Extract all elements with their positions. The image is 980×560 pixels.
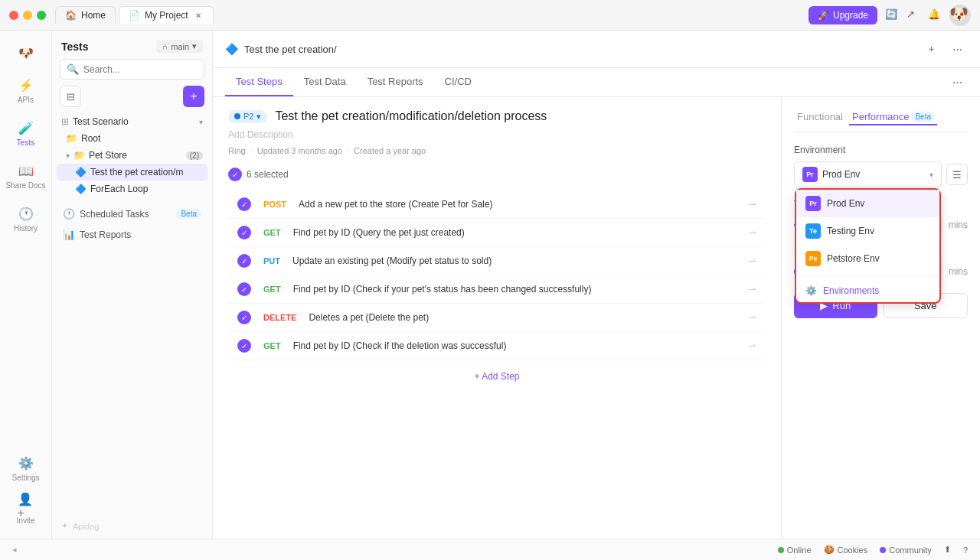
title-bar: 🏠 Home 📄 My Project ✕ 🚀 Upgrade 🔄 ↗ 🔔 🐶 xyxy=(0,0,980,31)
dropdown-settings-item[interactable]: ⚙️ Environments xyxy=(796,279,939,302)
step-item: ✓ DELETE Deletes a pet (Delete the pet) … xyxy=(228,304,766,332)
status-community[interactable]: Community xyxy=(880,545,932,555)
close-button[interactable] xyxy=(9,11,18,20)
content-tabs-row: Test Steps Test Data Test Reports CI/CD … xyxy=(213,68,980,97)
add-tab-button[interactable]: ＋ xyxy=(920,38,942,60)
user-avatar[interactable]: 🐶 xyxy=(949,5,971,26)
traffic-lights xyxy=(9,11,46,20)
tab-performance[interactable]: Performance Beta xyxy=(849,109,937,125)
tabs-more-button[interactable]: ⋯ xyxy=(946,72,968,93)
step-link-icon[interactable]: ⇀ xyxy=(748,256,756,267)
dropdown-item-petstore[interactable]: Pe Petstore Env xyxy=(796,245,939,272)
loop-icon: 🔷 xyxy=(75,184,87,194)
step-item: ✓ GET Find pet by ID (Check if the delet… xyxy=(228,332,766,360)
maximize-button[interactable] xyxy=(37,11,46,20)
step-text: Deletes a pet (Delete the pet) xyxy=(309,312,740,323)
step-check-icon: ✓ xyxy=(237,226,251,239)
method-badge-get: GET xyxy=(259,340,286,352)
minimize-button[interactable] xyxy=(23,11,32,20)
status-help[interactable]: ? xyxy=(963,545,968,555)
environment-label: Environment xyxy=(794,145,968,155)
share-icon: ⬆ xyxy=(944,545,951,555)
tab-cicd[interactable]: CI/CD xyxy=(434,68,482,96)
env-select-row: Pr Prod Env ▾ Pr Prod Env Te Testing Env xyxy=(794,161,968,187)
search-bar: 🔍 xyxy=(60,59,204,80)
steps-list: ✓ POST Add a new pet to the store (Creat… xyxy=(228,190,766,360)
step-link-icon[interactable]: ⇀ xyxy=(748,312,756,324)
sidebar-item-invite[interactable]: 👤+ Invite xyxy=(0,491,51,531)
priority-badge[interactable]: P2 ▾ xyxy=(228,110,267,123)
test-duration-unit: mins xyxy=(949,220,968,230)
dropdown-label: Petstore Env xyxy=(827,253,880,264)
tab-test-steps[interactable]: Test Steps xyxy=(225,68,293,96)
share-icon[interactable]: ↗ xyxy=(906,8,920,22)
sidebar-item-avatar[interactable]: 🐶 xyxy=(0,38,51,67)
dropdown-label: Testing Env xyxy=(827,226,874,236)
app-body: 🐶 ⚡ APIs 🧪 Tests 📖 Share Docs 🕐 History … xyxy=(0,31,980,539)
step-text: Add a new pet to the store (Create Pet f… xyxy=(299,199,740,210)
tab-home[interactable]: 🏠 Home xyxy=(55,6,116,24)
left-toolbar: ⊟ + xyxy=(52,86,212,113)
status-online[interactable]: Online xyxy=(778,545,812,555)
env-more-button[interactable]: ☰ xyxy=(946,164,968,185)
ramp-up-unit: mins xyxy=(949,266,968,277)
tab-functional[interactable]: Functional xyxy=(794,109,846,125)
step-item: ✓ GET Find pet by ID (Check if your pet'… xyxy=(228,275,766,304)
sidebar-item-label: Tests xyxy=(17,138,34,147)
chart-icon: 📊 xyxy=(63,229,75,240)
step-item: ✓ PUT Update an existing pet (Modify pet… xyxy=(228,247,766,275)
tree-item-test[interactable]: 🔷 Test the pet creation/m xyxy=(57,164,207,181)
collapse-left-icon[interactable]: ◂ xyxy=(12,545,17,555)
left-panel: Tests ⑃ main ▾ 🔍 ⊟ + ⊞ Test Scenario xyxy=(52,31,213,539)
add-step-button[interactable]: + Add Step xyxy=(228,360,766,392)
nav-item-scheduled-tasks[interactable]: 🕐 Scheduled Tasks Beta xyxy=(57,203,207,224)
step-link-icon[interactable]: ⇀ xyxy=(748,284,756,295)
tree-item-root[interactable]: 📁 Root xyxy=(57,130,207,147)
step-link-icon[interactable]: ⇀ xyxy=(748,227,756,239)
env-name: Prod Env xyxy=(822,169,925,180)
tree-item-test-scenario[interactable]: ⊞ Test Scenario ▾ xyxy=(57,113,207,130)
dropdown-item-prod[interactable]: Pr Prod Env xyxy=(796,190,939,217)
gear-icon: ⚙️ xyxy=(805,285,817,296)
search-input[interactable] xyxy=(83,64,198,75)
tab-test-reports[interactable]: Test Reports xyxy=(357,68,434,96)
sidebar-item-share-docs[interactable]: 📖 Share Docs xyxy=(0,156,51,196)
description-hint[interactable]: Add Description xyxy=(228,129,766,140)
sidebar-item-settings[interactable]: ⚙️ Settings xyxy=(0,448,51,488)
tab-close-button[interactable]: ✕ xyxy=(193,10,204,21)
test-title: Test the pet creation/modification/delet… xyxy=(275,109,547,123)
sidebar-item-apis[interactable]: ⚡ APIs xyxy=(0,70,51,110)
step-text: Find pet by ID (Check if your pet's stat… xyxy=(293,284,740,295)
step-link-icon[interactable]: ⇀ xyxy=(748,340,756,352)
nav-item-test-reports[interactable]: 📊 Test Reports xyxy=(57,224,207,245)
tree-item-foreach[interactable]: 🔷 ForEach Loop xyxy=(57,181,207,197)
add-button[interactable]: + xyxy=(183,86,204,107)
step-text: Find pet by ID (Query the pet just creat… xyxy=(293,227,740,238)
step-text: Find pet by ID (Check if the deletion wa… xyxy=(293,340,740,351)
tree-item-pet-store[interactable]: ▾ 📁 Pet Store (2) xyxy=(57,147,207,164)
project-icon: 📄 xyxy=(129,10,140,21)
dropdown-item-testing[interactable]: Te Testing Env xyxy=(796,217,939,245)
branch-selector[interactable]: ⑃ main ▾ xyxy=(156,40,203,53)
sidebar-item-history[interactable]: 🕐 History xyxy=(0,199,51,239)
test-main: P2 ▾ Test the pet creation/modification/… xyxy=(213,97,781,539)
list-icon: ☰ xyxy=(952,169,962,181)
step-link-icon[interactable]: ⇀ xyxy=(748,199,756,210)
refresh-icon[interactable]: 🔄 xyxy=(885,8,899,22)
upgrade-button[interactable]: 🚀 Upgrade xyxy=(808,6,877,24)
beta-label: Beta xyxy=(912,112,934,122)
folder-icon: 📁 xyxy=(66,133,77,144)
test-icon: 🔷 xyxy=(75,167,87,177)
tab-project[interactable]: 📄 My Project ✕ xyxy=(119,6,214,24)
tabs-overflow-button[interactable]: ⋯ xyxy=(946,72,968,93)
more-options-button[interactable]: ⋯ xyxy=(946,38,968,60)
status-share-icon[interactable]: ⬆ xyxy=(944,545,951,555)
env-select-dropdown[interactable]: Pr Prod Env ▾ Pr Prod Env Te Testing Env xyxy=(794,161,942,187)
filter-button[interactable]: ⊟ xyxy=(60,86,81,107)
bell-icon[interactable]: 🔔 xyxy=(928,8,942,22)
sidebar-item-tests[interactable]: 🧪 Tests xyxy=(0,113,51,153)
tab-test-data[interactable]: Test Data xyxy=(293,68,357,96)
status-cookies[interactable]: 🍪 Cookies xyxy=(824,545,868,555)
step-text: Update an existing pet (Modify pet statu… xyxy=(292,256,740,266)
home-icon: 🏠 xyxy=(65,10,77,21)
